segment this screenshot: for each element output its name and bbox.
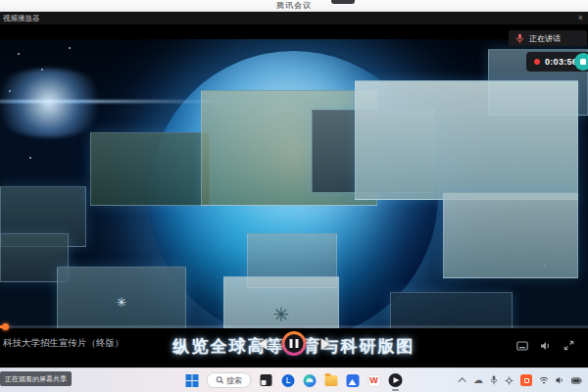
progress-bar[interactable] [0, 325, 588, 328]
meeting-titlebar-handle[interactable] [331, 0, 355, 4]
tray-chevron-up-icon[interactable] [458, 377, 466, 385]
taskbar-search[interactable]: 搜索 [207, 372, 252, 388]
video-thumbnail [390, 292, 513, 328]
stop-icon [580, 59, 586, 65]
taskbar: 搜索 W ☁ [0, 368, 588, 392]
tray-settings-icon[interactable] [505, 376, 514, 385]
volume-tray-icon[interactable] [556, 376, 564, 384]
taskbar-app-file-explorer[interactable] [324, 373, 338, 387]
video-frame: ✳ ✳ [0, 39, 588, 328]
pause-button[interactable] [282, 331, 307, 356]
progress-knob[interactable] [2, 323, 9, 330]
video-thumbnail [443, 192, 578, 278]
taskbar-app-wps[interactable]: W [368, 373, 381, 387]
star [69, 47, 71, 49]
university-emblem-icon: ✳ [273, 305, 290, 324]
video-thumbnail: ✳ [57, 267, 186, 328]
battery-icon[interactable] [571, 377, 582, 384]
drone-diagram-icon: ✳ [117, 296, 127, 309]
meeting-title: 腾讯会议 [276, 0, 312, 11]
taskbar-app-media-player[interactable] [389, 373, 403, 387]
player-filename: 科技大学招生宣传片（终版） [3, 337, 124, 350]
next-icon[interactable] [321, 338, 330, 350]
cloud-icon[interactable]: ☁ [473, 375, 483, 385]
video-thumbnail [90, 132, 210, 206]
volume-icon[interactable] [540, 341, 552, 351]
search-icon [216, 376, 223, 384]
screenshot-root: 腾讯会议 视频播放器 × [0, 0, 588, 392]
wifi-icon[interactable] [539, 376, 549, 384]
player-right-controls [516, 340, 574, 351]
taskbar-tray: ☁ [461, 368, 582, 392]
stop-recording-button[interactable] [574, 53, 588, 71]
previous-icon[interactable] [259, 338, 268, 350]
taskbar-center: 搜索 W [186, 368, 403, 392]
recording-dot-icon [534, 59, 540, 65]
pause-icon [285, 334, 304, 353]
microphone-icon [515, 33, 524, 44]
speaking-label: 正在讲话 [529, 33, 561, 44]
video-thumbnail [355, 80, 578, 200]
windows-start-button[interactable] [186, 374, 199, 387]
player-titlebar: 视频播放器 × [0, 12, 588, 24]
star [29, 157, 31, 159]
speaking-indicator: 正在讲话 [509, 30, 587, 46]
taskbar-app-snipping[interactable] [260, 373, 273, 387]
tray-microphone-icon[interactable] [490, 375, 498, 385]
fullscreen-icon[interactable] [564, 340, 574, 351]
video-area[interactable]: ✳ ✳ 纵览全球高等教育与科研版图 科技大学招生宣传片（终版） [0, 24, 588, 368]
star [18, 53, 20, 55]
playback-controls [259, 331, 330, 356]
video-thumbnail: ✳ [223, 276, 339, 328]
playlist-icon[interactable] [516, 341, 528, 351]
screen-share-banner: 正在观看的屏幕共享 [0, 371, 72, 386]
recording-time: 0:03:56 [545, 57, 577, 67]
taskbar-app-clock[interactable] [281, 373, 295, 387]
close-icon[interactable]: × [578, 12, 583, 24]
taskbar-app-cloud-drive[interactable] [346, 373, 360, 387]
player-app-title: 视频播放器 [0, 14, 40, 24]
search-label: 搜索 [226, 375, 242, 386]
taskbar-app-edge[interactable] [303, 373, 317, 387]
tray-recorder-app-icon[interactable] [520, 374, 532, 386]
screen-share-label: 正在观看的屏幕共享 [5, 374, 67, 384]
meeting-titlebar: 腾讯会议 [0, 0, 588, 12]
